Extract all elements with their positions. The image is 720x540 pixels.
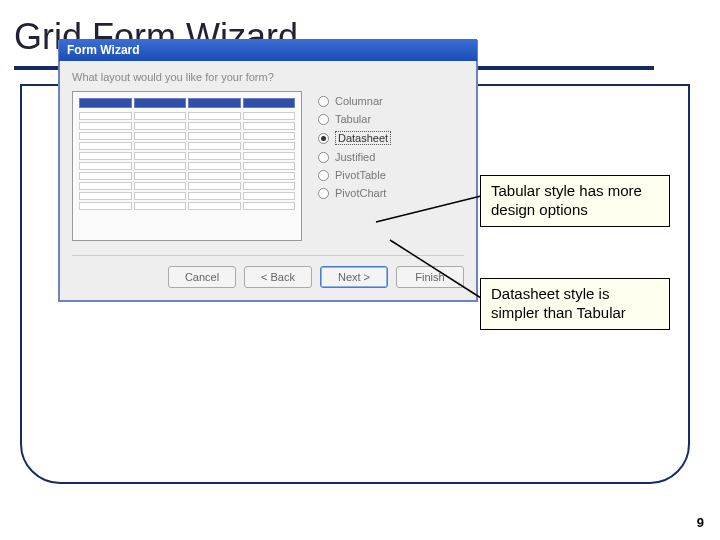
radio-icon	[318, 96, 329, 107]
cancel-button[interactable]: Cancel	[168, 266, 236, 288]
page-number: 9	[697, 515, 704, 530]
finish-button[interactable]: Finish	[396, 266, 464, 288]
radio-tabular[interactable]: Tabular	[318, 113, 391, 125]
radio-justified[interactable]: Justified	[318, 151, 391, 163]
radio-datasheet[interactable]: Datasheet	[318, 131, 391, 145]
back-button[interactable]: < Back	[244, 266, 312, 288]
radio-label: Datasheet	[335, 131, 391, 145]
radio-columnar[interactable]: Columnar	[318, 95, 391, 107]
radio-label: Justified	[335, 151, 375, 163]
radio-icon	[318, 152, 329, 163]
radio-label: Columnar	[335, 95, 383, 107]
radio-icon	[318, 114, 329, 125]
radio-icon	[318, 133, 329, 144]
layout-preview	[72, 91, 302, 241]
radio-icon	[318, 170, 329, 181]
radio-label: PivotChart	[335, 187, 386, 199]
dialog-titlebar: Form Wizard	[59, 39, 477, 61]
radio-icon	[318, 188, 329, 199]
radio-pivottable[interactable]: PivotTable	[318, 169, 391, 181]
radio-pivotchart[interactable]: PivotChart	[318, 187, 391, 199]
dialog-button-row: Cancel < Back Next > Finish	[72, 255, 464, 288]
radio-label: PivotTable	[335, 169, 386, 181]
callout-tabular: Tabular style has more design options	[480, 175, 670, 227]
dialog-prompt: What layout would you like for your form…	[72, 71, 464, 83]
callout-datasheet: Datasheet style is simpler than Tabular	[480, 278, 670, 330]
radio-label: Tabular	[335, 113, 371, 125]
form-wizard-dialog: Form Wizard What layout would you like f…	[58, 40, 478, 302]
layout-radio-group: Columnar Tabular Datasheet Justified Piv…	[318, 91, 391, 241]
next-button[interactable]: Next >	[320, 266, 388, 288]
